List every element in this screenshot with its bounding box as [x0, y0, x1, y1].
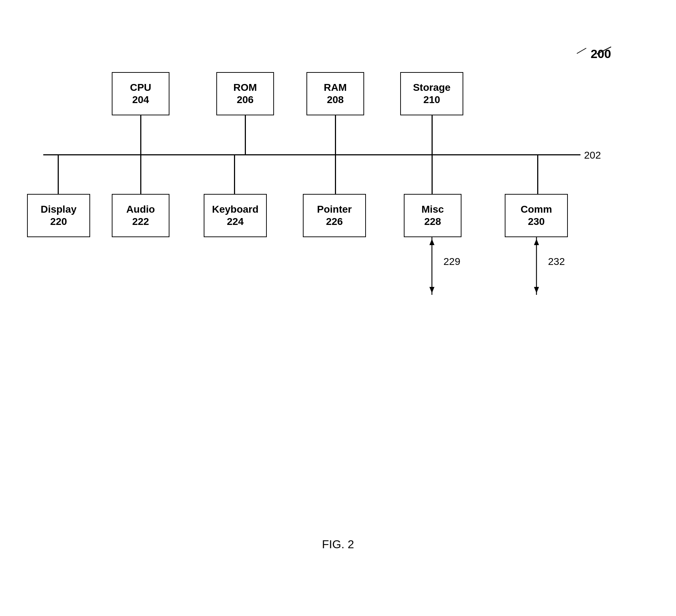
svg-marker-7	[534, 287, 539, 293]
keyboard-box: Keyboard 224	[204, 194, 267, 237]
pointer-num: 226	[326, 216, 343, 228]
svg-marker-4	[429, 287, 434, 293]
pointer-box: Pointer 226	[303, 194, 366, 237]
comm-num: 230	[528, 216, 545, 228]
display-box: Display 220	[27, 194, 90, 237]
cpu-to-bus-line	[140, 115, 141, 155]
misc-label: Misc	[421, 203, 444, 216]
rom-box: ROM 206	[216, 72, 274, 115]
ram-label: RAM	[324, 81, 347, 94]
pointer-label: Pointer	[317, 203, 352, 216]
display-num: 220	[50, 216, 67, 228]
misc-num: 228	[424, 216, 441, 228]
cpu-num: 204	[132, 94, 149, 106]
bus-to-comm-line	[537, 154, 538, 194]
comm-label: Comm	[521, 203, 552, 216]
display-label: Display	[41, 203, 77, 216]
keyboard-num: 224	[227, 216, 244, 228]
storage-label: Storage	[413, 81, 450, 94]
comm-arrow-svg	[529, 237, 544, 295]
misc-arrow-label: 229	[443, 256, 460, 267]
storage-num: 210	[423, 94, 440, 106]
keyboard-label: Keyboard	[212, 203, 259, 216]
svg-marker-3	[429, 239, 434, 245]
cpu-label: CPU	[130, 81, 151, 94]
audio-num: 222	[132, 216, 149, 228]
misc-box: Misc 228	[404, 194, 461, 237]
svg-marker-6	[534, 239, 539, 245]
bus-line	[43, 154, 580, 155]
rom-to-bus-line	[245, 115, 246, 155]
rom-num: 206	[237, 94, 254, 106]
bus-to-display-line	[58, 154, 59, 194]
storage-box: Storage 210	[400, 72, 463, 115]
audio-box: Audio 222	[112, 194, 169, 237]
cpu-box: CPU 204	[112, 72, 169, 115]
ram-to-bus-line	[335, 115, 336, 155]
bus-label: 202	[584, 150, 601, 161]
comm-box: Comm 230	[505, 194, 568, 237]
rom-label: ROM	[233, 81, 257, 94]
diagram: 200 CPU 204 ROM 206 RAM 208 Storage 210 …	[0, 0, 676, 616]
ram-num: 208	[327, 94, 344, 106]
storage-to-bus-line	[432, 115, 433, 155]
bus-to-keyboard-line	[234, 154, 235, 194]
audio-label: Audio	[126, 203, 155, 216]
misc-arrow-svg	[425, 237, 439, 295]
bus-to-audio-line	[140, 154, 141, 194]
bus-to-pointer-line	[335, 154, 336, 194]
bus-to-misc-line	[432, 154, 433, 194]
figure-label: FIG. 2	[322, 538, 354, 551]
comm-arrow-label: 232	[548, 256, 565, 267]
ram-box: RAM 208	[306, 72, 364, 115]
ref-200-arrow	[593, 43, 615, 58]
